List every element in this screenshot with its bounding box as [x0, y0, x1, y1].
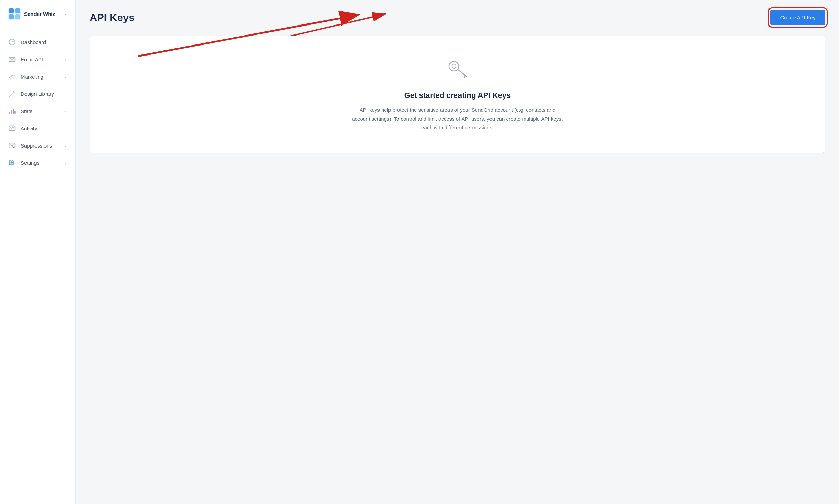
svg-rect-17 [9, 143, 15, 148]
svg-rect-2 [15, 8, 20, 13]
sidebar-item-email-api[interactable]: Email API ⌄ [0, 51, 75, 68]
empty-state-title: Get started creating API Keys [404, 91, 511, 100]
marketing-icon [8, 73, 16, 80]
empty-state-description: API keys help protect the sensitive area… [351, 105, 564, 132]
svg-point-16 [10, 128, 11, 129]
svg-line-10 [13, 91, 14, 92]
chevron-down-icon: ⌄ [64, 160, 67, 165]
sidebar-item-label: Suppressions [21, 143, 52, 149]
sidebar-item-label: Dashboard [21, 39, 46, 45]
sidebar-item-activity[interactable]: Activity [0, 120, 75, 137]
dashboard-icon [8, 38, 16, 46]
svg-line-30 [458, 70, 466, 77]
sidebar-item-settings[interactable]: Settings ⌄ [0, 154, 75, 171]
sidebar-nav: Dashboard Email API ⌄ Marketing [0, 28, 75, 504]
sidebar-item-suppressions[interactable]: Suppressions ⌄ [0, 137, 75, 154]
sidebar-item-label: Design Library [21, 91, 54, 97]
empty-state-card: Get started creating API Keys API keys h… [90, 36, 825, 153]
chevron-down-icon: ⌄ [64, 143, 67, 148]
logo-chevron-icon: ⌄ [64, 11, 67, 16]
page-title: API Keys [90, 12, 134, 23]
svg-rect-11 [9, 112, 10, 114]
sidebar-logo[interactable]: Sender Whiz ⌄ [0, 0, 75, 28]
svg-line-8 [10, 92, 14, 96]
svg-rect-23 [12, 162, 13, 163]
activity-icon [8, 124, 16, 132]
sidebar-item-label: Marketing [21, 74, 43, 80]
svg-rect-12 [11, 110, 12, 114]
create-api-key-button[interactable]: Create API Key [770, 10, 825, 25]
sidebar-item-dashboard[interactable]: Dashboard [0, 33, 75, 51]
suppressions-icon [8, 142, 16, 149]
settings-icon [8, 159, 16, 167]
page-header: API Keys Create API Key [76, 0, 839, 32]
svg-rect-22 [10, 162, 11, 163]
app-logo [8, 8, 21, 20]
main-content: API Keys Create API Key [76, 0, 839, 504]
stats-icon [8, 107, 16, 115]
sidebar-item-label: Email API [21, 57, 43, 62]
svg-point-28 [449, 61, 459, 71]
app-name: Sender Whiz [24, 11, 55, 17]
svg-rect-13 [13, 109, 14, 114]
key-svg [445, 57, 470, 81]
svg-rect-1 [9, 8, 14, 13]
chevron-down-icon: ⌄ [64, 57, 67, 62]
sidebar-item-marketing[interactable]: Marketing ⌄ [0, 68, 75, 85]
sidebar-item-label: Settings [21, 160, 39, 166]
sidebar-item-label: Activity [21, 125, 37, 131]
content-area: Get started creating API Keys API keys h… [76, 32, 839, 504]
sidebar-item-stats[interactable]: Stats ⌄ [0, 102, 75, 120]
svg-rect-4 [15, 14, 20, 19]
email-api-icon [8, 56, 16, 63]
chevron-down-icon: ⌄ [64, 109, 67, 113]
svg-point-7 [9, 77, 10, 78]
chevron-down-icon: ⌄ [64, 74, 67, 79]
key-icon [445, 57, 470, 83]
svg-rect-3 [9, 14, 14, 19]
design-icon [8, 90, 16, 98]
sidebar-item-design-library[interactable]: Design Library [0, 85, 75, 102]
svg-point-29 [452, 64, 456, 68]
sidebar-item-label: Stats [21, 108, 32, 114]
sidebar: Sender Whiz ⌄ Dashboard Email A [0, 0, 76, 504]
svg-rect-14 [14, 111, 16, 114]
